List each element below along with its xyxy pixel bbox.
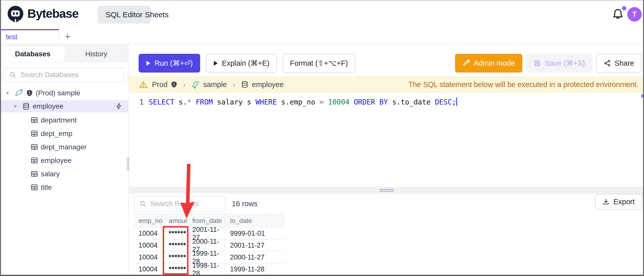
results-table: emp_no amount from_date to_date 10004 **… bbox=[134, 214, 285, 276]
cell-to-date: 9999-01-01 bbox=[225, 228, 267, 240]
context-bar: Prod › sample › bbox=[129, 76, 644, 93]
notification-bell-button[interactable] bbox=[612, 8, 625, 21]
shield-alert-icon bbox=[26, 90, 33, 96]
tree-table-label: dept_manager bbox=[41, 143, 87, 151]
window-border-bottom bbox=[0, 275, 644, 276]
tree-table-list: department dept_emp bbox=[0, 113, 128, 194]
text-cursor bbox=[456, 97, 457, 106]
cell-spacer bbox=[267, 228, 285, 240]
window-border-top bbox=[0, 0, 644, 1]
save-floppy-icon bbox=[534, 60, 541, 67]
tree-instance-row[interactable]: ▾ (Prod) sample bbox=[0, 86, 128, 100]
avatar[interactable]: T bbox=[627, 7, 642, 22]
main-panel: Run (⌘+⏎) Explain (⌘+E) Format (⇧+⌥+F) bbox=[129, 44, 644, 276]
nav-sql-editor[interactable]: SQL Editor bbox=[98, 6, 151, 24]
search-icon bbox=[140, 200, 146, 207]
table-icon bbox=[31, 144, 38, 150]
tree-table-row[interactable]: department bbox=[0, 113, 128, 127]
sidebar-tabs: Databases History bbox=[0, 44, 128, 62]
table-body: 10004 ****** 2001-11-27 9999-01-01 10004… bbox=[134, 228, 285, 275]
column-header-spacer bbox=[267, 214, 285, 228]
save-button[interactable]: Save (⌘+S) bbox=[526, 54, 592, 73]
mysql-dolphin-icon bbox=[192, 80, 200, 89]
cell-emp-no: 10004 bbox=[134, 240, 164, 252]
cell-emp-no: 10004 bbox=[134, 228, 164, 240]
tab-history[interactable]: History bbox=[65, 46, 128, 62]
database-tree: ▾ (Prod) sample ▾ bbox=[0, 86, 128, 194]
column-header-amount[interactable]: amount bbox=[164, 214, 188, 228]
tree-table-row[interactable]: salary bbox=[0, 167, 128, 181]
search-icon bbox=[9, 72, 16, 78]
tab-test[interactable]: test bbox=[0, 29, 59, 44]
tree-table-row[interactable]: dept_emp bbox=[0, 127, 128, 140]
chevron-right-icon: › bbox=[231, 80, 237, 89]
column-header-emp-no[interactable]: emp_no bbox=[134, 214, 164, 228]
wrench-icon bbox=[462, 59, 470, 67]
add-sheet-button[interactable]: + bbox=[62, 30, 73, 43]
tree-table-row[interactable]: title bbox=[0, 181, 128, 194]
format-button[interactable]: Format (⇧+⌥+F) bbox=[283, 54, 355, 73]
breadcrumb-table[interactable]: employee bbox=[241, 80, 284, 89]
breadcrumb-environment[interactable]: Prod bbox=[152, 80, 177, 89]
sql-editor[interactable]: 1 SELECT s.* FROM salary s WHERE s.emp_n… bbox=[129, 93, 644, 187]
caret-down-icon[interactable]: ▾ bbox=[6, 90, 12, 96]
cell-spacer bbox=[267, 252, 285, 264]
editor-toolbar: Run (⌘+⏎) Explain (⌘+E) Format (⇧+⌥+F) bbox=[129, 44, 644, 76]
sidebar-resize-handle[interactable] bbox=[127, 157, 129, 170]
window-border-left bbox=[0, 0, 1, 276]
code-line: 1 SELECT s.* FROM salary s WHERE s.emp_n… bbox=[129, 93, 644, 107]
notification-dot bbox=[622, 6, 626, 10]
cell-amount-masked: ****** bbox=[164, 240, 188, 252]
sql-statement: SELECT s.* FROM salary s WHERE s.emp_no … bbox=[149, 97, 456, 107]
download-icon bbox=[602, 198, 610, 205]
database-icon bbox=[241, 81, 248, 88]
cell-to-date: 1999-11-28 bbox=[225, 264, 267, 275]
explain-button[interactable]: Explain (⌘+E) bbox=[206, 54, 277, 73]
tree-table-label: title bbox=[41, 183, 52, 192]
tree-database-row-employee[interactable]: ▾ employee bbox=[0, 100, 128, 112]
tree-table-row[interactable]: employee bbox=[0, 154, 128, 167]
table-icon bbox=[31, 184, 38, 191]
column-header-to-date[interactable]: to_date bbox=[225, 214, 267, 228]
cell-amount-masked: ****** bbox=[164, 252, 188, 264]
lightning-bolt-icon[interactable] bbox=[116, 103, 122, 110]
table-icon bbox=[31, 117, 38, 123]
tree-table-label: dept_emp bbox=[41, 130, 72, 138]
status-dot bbox=[193, 86, 196, 89]
mysql-dolphin-icon bbox=[15, 89, 23, 97]
cell-spacer bbox=[267, 240, 285, 252]
share-icon bbox=[604, 60, 611, 67]
divider-drag-handle[interactable] bbox=[380, 189, 394, 192]
run-button[interactable]: Run (⌘+⏎) bbox=[139, 54, 200, 73]
panel-divider bbox=[129, 187, 644, 194]
cell-to-date: 2001-11-27 bbox=[225, 240, 267, 252]
breadcrumb-database[interactable]: sample bbox=[192, 80, 227, 89]
nav-sheets[interactable]: Sheets bbox=[145, 6, 168, 24]
export-button[interactable]: Export bbox=[595, 194, 642, 210]
app-window: Bytebase SQL Editor Sheets T test + Data… bbox=[0, 0, 644, 276]
caret-down-icon[interactable]: ▾ bbox=[14, 103, 20, 110]
window-border-right bbox=[643, 0, 644, 276]
overview-ruler-tick bbox=[641, 94, 643, 98]
table-icon bbox=[31, 130, 38, 137]
cell-emp-no: 10004 bbox=[134, 264, 164, 275]
search-placeholder: Search Databases bbox=[20, 71, 79, 79]
tab-databases[interactable]: Databases bbox=[1, 46, 65, 62]
app-header: Bytebase SQL Editor Sheets T bbox=[0, 0, 644, 29]
search-results-placeholder: Search Results bbox=[150, 200, 198, 208]
cell-emp-no: 10004 bbox=[134, 252, 164, 264]
line-number: 1 bbox=[129, 97, 144, 107]
shield-alert-icon bbox=[171, 81, 177, 88]
bytebase-logo-icon bbox=[7, 5, 24, 24]
cell-amount-masked: ****** bbox=[164, 264, 188, 275]
search-results-input[interactable]: Search Results bbox=[134, 196, 226, 212]
search-databases-input[interactable]: Search Databases bbox=[3, 67, 125, 82]
table-icon bbox=[31, 171, 38, 177]
tree-database-label: employee bbox=[33, 102, 63, 110]
tree-table-row[interactable]: dept_manager bbox=[0, 140, 128, 154]
table-row[interactable]: 10004 ****** 1998-11-28 1999-11-28 bbox=[134, 264, 285, 275]
play-icon bbox=[213, 60, 218, 66]
toolbar-right-group: Admin mode Save (⌘+S) bbox=[455, 54, 641, 73]
admin-mode-button[interactable]: Admin mode bbox=[455, 54, 522, 73]
share-button[interactable]: Share bbox=[596, 54, 641, 73]
